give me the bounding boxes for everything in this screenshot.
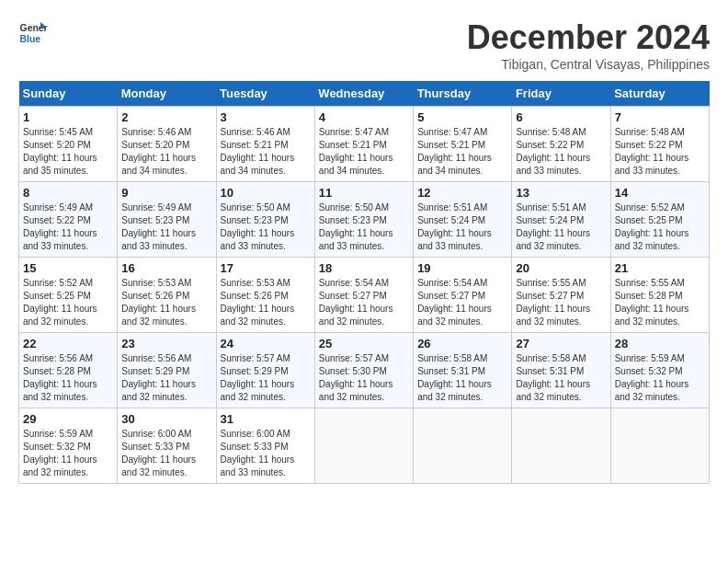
calendar-cell: 10Sunrise: 5:50 AM Sunset: 5:23 PM Dayli… xyxy=(216,182,314,258)
day-number: 27 xyxy=(516,337,606,350)
day-info: Sunrise: 5:58 AM Sunset: 5:31 PM Dayligh… xyxy=(417,352,507,404)
day-number: 4 xyxy=(319,110,409,124)
calendar-cell: 18Sunrise: 5:54 AM Sunset: 5:27 PM Dayli… xyxy=(314,258,413,333)
day-info: Sunrise: 5:56 AM Sunset: 5:28 PM Dayligh… xyxy=(23,352,113,404)
day-number: 11 xyxy=(319,186,409,200)
day-info: Sunrise: 5:48 AM Sunset: 5:22 PM Dayligh… xyxy=(516,126,606,178)
calendar-cell: 23Sunrise: 5:56 AM Sunset: 5:29 PM Dayli… xyxy=(118,333,216,408)
day-info: Sunrise: 5:57 AM Sunset: 5:30 PM Dayligh… xyxy=(319,352,409,404)
day-number: 7 xyxy=(615,110,705,124)
calendar-cell: 8Sunrise: 5:49 AM Sunset: 5:22 PM Daylig… xyxy=(19,182,118,258)
day-number: 16 xyxy=(121,261,211,275)
location-subtitle: Tibigan, Central Visayas, Philippines xyxy=(467,57,710,72)
calendar-cell xyxy=(512,408,610,484)
day-info: Sunrise: 5:47 AM Sunset: 5:21 PM Dayligh… xyxy=(417,126,507,178)
day-number: 15 xyxy=(23,261,113,275)
day-info: Sunrise: 5:55 AM Sunset: 5:27 PM Dayligh… xyxy=(516,277,606,328)
day-number: 5 xyxy=(417,110,507,124)
calendar-cell: 13Sunrise: 5:51 AM Sunset: 5:24 PM Dayli… xyxy=(512,182,610,258)
day-info: Sunrise: 5:54 AM Sunset: 5:27 PM Dayligh… xyxy=(417,277,507,328)
calendar-cell: 27Sunrise: 5:58 AM Sunset: 5:31 PM Dayli… xyxy=(512,333,610,408)
calendar-cell: 4Sunrise: 5:47 AM Sunset: 5:21 PM Daylig… xyxy=(314,107,413,182)
calendar-cell: 22Sunrise: 5:56 AM Sunset: 5:28 PM Dayli… xyxy=(19,333,118,408)
calendar-cell: 31Sunrise: 6:00 AM Sunset: 5:33 PM Dayli… xyxy=(216,408,314,484)
day-header-sunday: Sunday xyxy=(19,81,118,107)
calendar-week-2: 8Sunrise: 5:49 AM Sunset: 5:22 PM Daylig… xyxy=(19,182,710,258)
day-info: Sunrise: 5:57 AM Sunset: 5:29 PM Dayligh… xyxy=(221,352,311,404)
day-header-tuesday: Tuesday xyxy=(216,81,314,107)
logo: General Blue xyxy=(18,18,48,48)
day-number: 26 xyxy=(417,337,507,350)
calendar-week-5: 29Sunrise: 5:59 AM Sunset: 5:32 PM Dayli… xyxy=(19,408,710,484)
day-number: 2 xyxy=(121,110,211,124)
day-number: 17 xyxy=(221,261,311,275)
calendar-cell: 19Sunrise: 5:54 AM Sunset: 5:27 PM Dayli… xyxy=(414,258,512,333)
day-info: Sunrise: 5:49 AM Sunset: 5:23 PM Dayligh… xyxy=(121,201,211,253)
day-header-friday: Friday xyxy=(512,81,610,107)
calendar-cell: 9Sunrise: 5:49 AM Sunset: 5:23 PM Daylig… xyxy=(118,182,216,258)
month-title: December 2024 xyxy=(467,18,710,57)
day-number: 24 xyxy=(221,337,311,350)
day-number: 30 xyxy=(121,412,211,426)
day-info: Sunrise: 5:51 AM Sunset: 5:24 PM Dayligh… xyxy=(516,201,606,253)
day-number: 13 xyxy=(516,186,606,200)
calendar-cell: 21Sunrise: 5:55 AM Sunset: 5:28 PM Dayli… xyxy=(610,258,709,333)
title-section: December 2024 Tibigan, Central Visayas, … xyxy=(467,18,710,72)
calendar-cell xyxy=(414,408,512,484)
calendar-cell: 30Sunrise: 6:00 AM Sunset: 5:33 PM Dayli… xyxy=(118,408,216,484)
day-info: Sunrise: 5:50 AM Sunset: 5:23 PM Dayligh… xyxy=(221,201,311,253)
calendar-cell: 6Sunrise: 5:48 AM Sunset: 5:22 PM Daylig… xyxy=(512,107,610,182)
day-info: Sunrise: 6:00 AM Sunset: 5:33 PM Dayligh… xyxy=(121,428,211,479)
day-number: 22 xyxy=(23,337,113,350)
day-info: Sunrise: 5:47 AM Sunset: 5:21 PM Dayligh… xyxy=(319,126,409,178)
calendar-cell xyxy=(610,408,709,484)
calendar-cell: 17Sunrise: 5:53 AM Sunset: 5:26 PM Dayli… xyxy=(216,258,314,333)
day-number: 18 xyxy=(319,261,409,275)
day-number: 10 xyxy=(221,186,311,200)
day-number: 23 xyxy=(121,337,211,350)
day-info: Sunrise: 5:53 AM Sunset: 5:26 PM Dayligh… xyxy=(121,277,211,328)
calendar-week-4: 22Sunrise: 5:56 AM Sunset: 5:28 PM Dayli… xyxy=(19,333,710,408)
day-info: Sunrise: 5:52 AM Sunset: 5:25 PM Dayligh… xyxy=(615,201,705,253)
day-number: 1 xyxy=(23,110,113,124)
day-info: Sunrise: 5:52 AM Sunset: 5:25 PM Dayligh… xyxy=(23,277,113,328)
day-header-wednesday: Wednesday xyxy=(314,81,413,107)
calendar-cell: 12Sunrise: 5:51 AM Sunset: 5:24 PM Dayli… xyxy=(414,182,512,258)
day-info: Sunrise: 5:46 AM Sunset: 5:20 PM Dayligh… xyxy=(121,126,211,178)
day-number: 12 xyxy=(417,186,507,200)
day-info: Sunrise: 6:00 AM Sunset: 5:33 PM Dayligh… xyxy=(221,428,311,479)
calendar-cell: 15Sunrise: 5:52 AM Sunset: 5:25 PM Dayli… xyxy=(19,258,118,333)
calendar-cell: 16Sunrise: 5:53 AM Sunset: 5:26 PM Dayli… xyxy=(118,258,216,333)
day-header-saturday: Saturday xyxy=(610,81,709,107)
calendar-cell: 7Sunrise: 5:48 AM Sunset: 5:22 PM Daylig… xyxy=(610,107,709,182)
day-info: Sunrise: 5:59 AM Sunset: 5:32 PM Dayligh… xyxy=(23,428,113,479)
calendar-cell: 11Sunrise: 5:50 AM Sunset: 5:23 PM Dayli… xyxy=(314,182,413,258)
calendar-header-row: SundayMondayTuesdayWednesdayThursdayFrid… xyxy=(19,81,710,107)
calendar-cell xyxy=(314,408,413,484)
day-info: Sunrise: 5:53 AM Sunset: 5:26 PM Dayligh… xyxy=(221,277,311,328)
calendar-table: SundayMondayTuesdayWednesdayThursdayFrid… xyxy=(18,81,710,484)
calendar-cell: 3Sunrise: 5:46 AM Sunset: 5:21 PM Daylig… xyxy=(216,107,314,182)
day-info: Sunrise: 5:50 AM Sunset: 5:23 PM Dayligh… xyxy=(319,201,409,253)
day-info: Sunrise: 5:54 AM Sunset: 5:27 PM Dayligh… xyxy=(319,277,409,328)
svg-text:Blue: Blue xyxy=(20,34,41,44)
day-number: 19 xyxy=(417,261,507,275)
day-info: Sunrise: 5:45 AM Sunset: 5:20 PM Dayligh… xyxy=(23,126,113,178)
calendar-cell: 5Sunrise: 5:47 AM Sunset: 5:21 PM Daylig… xyxy=(414,107,512,182)
calendar-cell: 24Sunrise: 5:57 AM Sunset: 5:29 PM Dayli… xyxy=(216,333,314,408)
day-number: 29 xyxy=(23,412,113,426)
calendar-cell: 14Sunrise: 5:52 AM Sunset: 5:25 PM Dayli… xyxy=(610,182,709,258)
calendar-cell: 20Sunrise: 5:55 AM Sunset: 5:27 PM Dayli… xyxy=(512,258,610,333)
day-info: Sunrise: 5:58 AM Sunset: 5:31 PM Dayligh… xyxy=(516,352,606,404)
day-number: 8 xyxy=(23,186,113,200)
day-number: 20 xyxy=(516,261,606,275)
calendar-cell: 26Sunrise: 5:58 AM Sunset: 5:31 PM Dayli… xyxy=(414,333,512,408)
day-info: Sunrise: 5:48 AM Sunset: 5:22 PM Dayligh… xyxy=(615,126,705,178)
day-number: 3 xyxy=(221,110,311,124)
logo-icon: General Blue xyxy=(18,18,48,48)
day-info: Sunrise: 5:51 AM Sunset: 5:24 PM Dayligh… xyxy=(417,201,507,253)
day-header-monday: Monday xyxy=(118,81,216,107)
day-info: Sunrise: 5:49 AM Sunset: 5:22 PM Dayligh… xyxy=(23,201,113,253)
day-info: Sunrise: 5:46 AM Sunset: 5:21 PM Dayligh… xyxy=(221,126,311,178)
calendar-cell: 28Sunrise: 5:59 AM Sunset: 5:32 PM Dayli… xyxy=(610,333,709,408)
